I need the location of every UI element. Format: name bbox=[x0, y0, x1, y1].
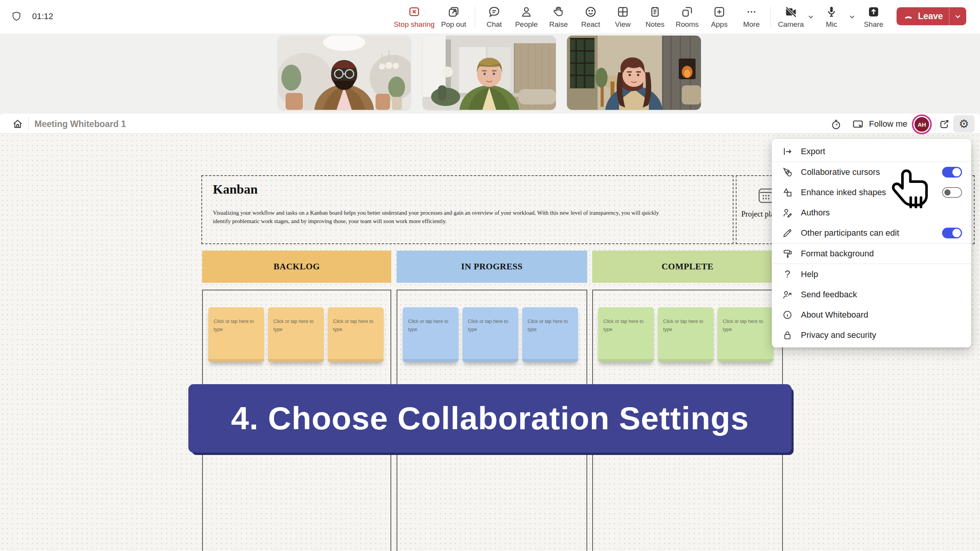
notes-icon bbox=[648, 5, 662, 19]
raise-hand-icon bbox=[552, 5, 565, 19]
toolbar-separator bbox=[475, 7, 475, 27]
authors-icon bbox=[782, 207, 793, 218]
home-button[interactable] bbox=[11, 118, 24, 130]
more-icon bbox=[745, 5, 758, 19]
kanban-column-header-backlog[interactable]: BACKLOG bbox=[202, 251, 391, 283]
hang-up-icon bbox=[903, 11, 914, 22]
camera-options-chevron[interactable] bbox=[805, 3, 816, 31]
enhance-inked-shapes-toggle[interactable] bbox=[942, 187, 962, 198]
kanban-column-header-complete[interactable]: COMPLETE bbox=[592, 251, 783, 283]
kanban-template-box[interactable]: Kanban Visualizing your workflow and tas… bbox=[201, 175, 733, 244]
kanban-description: Visualizing your workflow and tasks on a… bbox=[213, 209, 676, 226]
pop-out-icon bbox=[447, 5, 461, 19]
info-icon bbox=[782, 309, 793, 321]
rooms-button[interactable]: Rooms bbox=[671, 3, 703, 31]
collaborative-cursors-toggle[interactable] bbox=[942, 167, 962, 178]
settings-menu: Export Collaborative cursors Enhance ink… bbox=[772, 139, 971, 347]
chevron-down-icon bbox=[848, 13, 856, 21]
sticky-note[interactable]: Click or tap here to type bbox=[403, 307, 459, 362]
meeting-timer: 01:12 bbox=[32, 11, 53, 21]
menu-item-enhance-inked-shapes[interactable]: Enhance inked shapes bbox=[772, 182, 971, 202]
lock-icon bbox=[782, 329, 793, 341]
mic-options-chevron[interactable] bbox=[847, 3, 858, 31]
participant-video-3[interactable] bbox=[567, 36, 701, 110]
kanban-column-header-in-progress[interactable]: IN PROGRESS bbox=[397, 251, 587, 283]
sticky-note[interactable]: Click or tap here to type bbox=[268, 307, 324, 362]
sticky-note[interactable]: Click or tap here to type bbox=[462, 307, 518, 362]
menu-item-about-whiteboard[interactable]: About Whiteboard bbox=[772, 305, 971, 325]
apps-icon bbox=[712, 5, 726, 19]
other-participants-can-edit-toggle[interactable] bbox=[942, 228, 962, 238]
rooms-icon bbox=[680, 5, 694, 19]
share-screen-icon bbox=[867, 5, 880, 19]
more-button[interactable]: More bbox=[735, 3, 768, 31]
stop-sharing-button[interactable]: Stop sharing bbox=[393, 3, 436, 31]
enhance-inked-shapes-icon bbox=[782, 187, 793, 198]
help-icon: ? bbox=[782, 268, 793, 280]
menu-item-export[interactable]: Export bbox=[772, 141, 971, 161]
share-button[interactable]: Share bbox=[858, 3, 890, 31]
mic-icon bbox=[825, 5, 838, 19]
share-whiteboard-button[interactable] bbox=[938, 118, 951, 131]
notes-button[interactable]: Notes bbox=[639, 3, 671, 31]
present-screen-icon bbox=[851, 118, 864, 131]
leave-button[interactable]: Leave bbox=[897, 7, 966, 25]
participant-video-1[interactable] bbox=[278, 36, 411, 110]
menu-item-privacy-and-security[interactable]: Privacy and security bbox=[772, 325, 971, 345]
stop-sharing-icon bbox=[407, 5, 421, 19]
view-icon bbox=[616, 5, 630, 19]
menu-item-help[interactable]: ? Help bbox=[772, 264, 971, 284]
menu-item-authors[interactable]: Authors bbox=[772, 202, 971, 223]
share-export-icon bbox=[938, 118, 951, 131]
leave-label: Leave bbox=[918, 11, 943, 21]
pop-out-button[interactable]: Pop out bbox=[436, 3, 472, 31]
chevron-down-icon bbox=[807, 13, 815, 21]
mic-button[interactable]: Mic bbox=[816, 3, 847, 31]
timer-button[interactable] bbox=[830, 118, 842, 130]
camera-off-icon bbox=[784, 5, 798, 19]
menu-item-format-background[interactable]: Format background bbox=[772, 243, 971, 264]
menu-item-other-participants-can-edit[interactable]: Other participants can edit bbox=[772, 223, 971, 243]
react-button[interactable]: React bbox=[575, 3, 607, 31]
edit-pencil-icon bbox=[782, 227, 793, 239]
sticky-note[interactable]: Click or tap here to type bbox=[717, 307, 773, 362]
whiteboard-title: Meeting Whiteboard 1 bbox=[34, 119, 126, 129]
teams-toolbar: 01:12 Stop sharing Pop out Chat People bbox=[0, 0, 980, 34]
header-divider bbox=[935, 117, 935, 130]
camera-button[interactable]: Camera bbox=[776, 3, 805, 31]
view-button[interactable]: View bbox=[607, 3, 639, 31]
apps-button[interactable]: Apps bbox=[703, 3, 735, 31]
collaborative-cursors-icon bbox=[782, 166, 793, 178]
home-icon bbox=[11, 118, 24, 130]
sticky-note[interactable]: Click or tap here to type bbox=[328, 307, 384, 362]
follow-me-label[interactable]: Follow me bbox=[869, 119, 907, 129]
people-button[interactable]: People bbox=[510, 3, 542, 31]
presenter-avatar[interactable]: AH bbox=[913, 116, 930, 133]
menu-item-send-feedback[interactable]: Send feedback bbox=[772, 284, 971, 305]
meeting-window: 01:12 Stop sharing Pop out Chat People bbox=[0, 0, 980, 551]
export-icon bbox=[782, 146, 793, 157]
leave-options-chevron[interactable] bbox=[949, 12, 966, 21]
sticky-note[interactable]: Click or tap here to type bbox=[208, 307, 264, 362]
stopwatch-icon bbox=[830, 118, 842, 130]
tutorial-banner-text: 4. Choose Collaboration Settings bbox=[231, 400, 749, 437]
kanban-title: Kanban bbox=[213, 182, 258, 197]
chat-icon bbox=[487, 5, 501, 19]
security-shield-icon bbox=[11, 11, 22, 22]
settings-button[interactable]: ⚙ bbox=[953, 115, 975, 132]
toolbar-separator bbox=[771, 7, 771, 27]
menu-item-collaborative-cursors[interactable]: Collaborative cursors bbox=[772, 162, 971, 182]
sticky-note[interactable]: Click or tap here to type bbox=[598, 307, 654, 362]
sticky-note[interactable]: Click or tap here to type bbox=[658, 307, 714, 362]
tutorial-banner: 4. Choose Collaboration Settings bbox=[188, 384, 792, 453]
sticky-note[interactable]: Click or tap here to type bbox=[522, 307, 578, 362]
presenter-mode-button[interactable] bbox=[851, 118, 864, 131]
participant-video-2[interactable] bbox=[423, 36, 556, 110]
people-icon bbox=[519, 5, 533, 19]
gear-icon: ⚙ bbox=[959, 118, 969, 130]
video-strip bbox=[0, 34, 980, 114]
react-icon bbox=[584, 5, 598, 19]
chat-button[interactable]: Chat bbox=[478, 3, 510, 31]
raise-hand-button[interactable]: Raise bbox=[542, 3, 575, 31]
format-background-icon bbox=[782, 248, 793, 259]
